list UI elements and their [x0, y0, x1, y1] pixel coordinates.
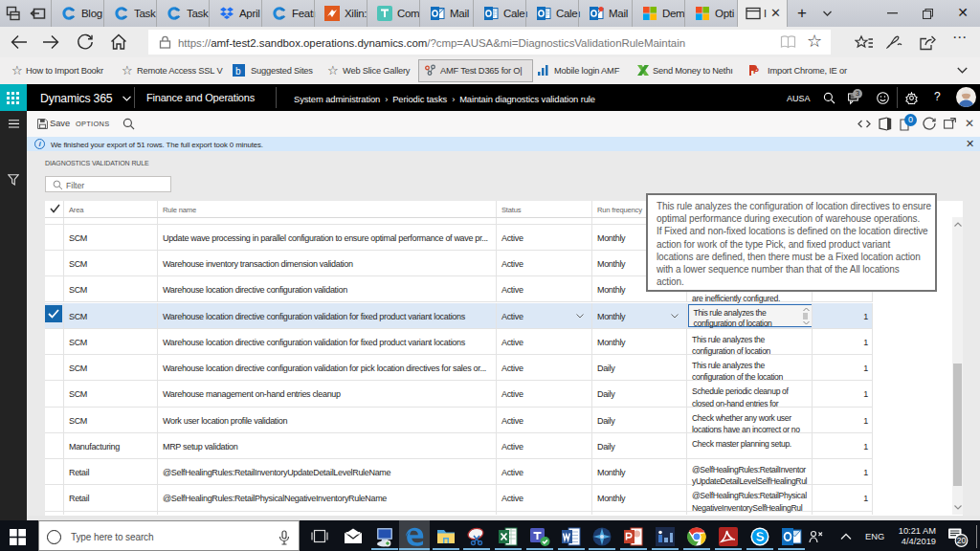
svg-text:P: P [753, 66, 759, 76]
svg-text:b: b [235, 66, 241, 77]
svg-text:20: 20 [957, 536, 967, 545]
